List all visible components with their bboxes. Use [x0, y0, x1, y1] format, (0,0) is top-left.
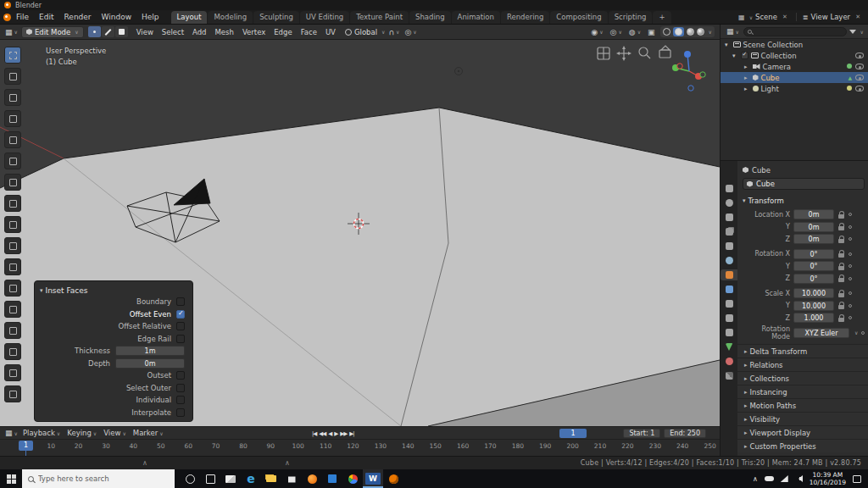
proportional-editing-toggle[interactable]: ◎∨	[403, 28, 418, 36]
expand-editor-icon[interactable]: ∧	[285, 459, 290, 467]
value-field[interactable]: 1.000	[793, 313, 834, 323]
show-object-types-dropdown[interactable]: ◉∨	[589, 28, 604, 36]
animate-dot-icon[interactable]	[849, 252, 852, 256]
animate-dot-icon[interactable]	[849, 213, 852, 216]
expand-icon[interactable]: ▸	[744, 75, 748, 81]
tool-bevel[interactable]	[4, 280, 21, 297]
animate-dot-icon[interactable]	[849, 264, 852, 268]
value-field[interactable]: 0m	[793, 209, 834, 219]
start-button[interactable]	[0, 469, 22, 488]
properties-tab-scene[interactable]	[722, 241, 736, 252]
gizmo-y-neg[interactable]	[700, 72, 705, 77]
tool-poly-build[interactable]	[4, 343, 21, 360]
tool-select-box[interactable]	[4, 47, 21, 64]
animate-dot-icon[interactable]	[849, 291, 852, 295]
properties-tab-modifiers[interactable]	[722, 284, 736, 295]
tool-knife[interactable]	[4, 322, 21, 339]
panel-section[interactable]: ▸ Visibility	[737, 412, 868, 425]
app-menu-icon[interactable]	[3, 14, 11, 21]
animate-dot-icon[interactable]	[849, 225, 852, 229]
eye-icon[interactable]	[855, 75, 864, 80]
gizmos-toggle[interactable]: ◎∨	[609, 28, 624, 36]
solid-shading-button[interactable]	[673, 27, 684, 36]
light-object[interactable]	[455, 68, 463, 75]
gizmo-z-neg[interactable]	[688, 86, 693, 91]
value-field[interactable]: 10.000	[793, 301, 834, 311]
properties-tab-world[interactable]	[722, 255, 736, 266]
eye-icon[interactable]	[855, 86, 864, 92]
workspace-tab[interactable]: UV Editing	[300, 11, 349, 24]
checkbox[interactable]	[176, 297, 185, 306]
viewport-menu-item[interactable]: UV	[321, 28, 340, 36]
properties-tab-physics[interactable]	[722, 313, 736, 324]
search-input[interactable]	[38, 474, 157, 483]
expand-icon[interactable]: ▸	[744, 64, 748, 70]
checkbox[interactable]	[176, 322, 185, 330]
expand-icon[interactable]: ▾	[732, 53, 736, 59]
lock-icon[interactable]	[837, 250, 845, 258]
view-layer-selector[interactable]: View Layer	[811, 13, 851, 21]
depth-field[interactable]: 0m	[115, 358, 185, 369]
playhead[interactable]: 1	[19, 441, 33, 451]
vertex-select-button[interactable]	[88, 26, 101, 37]
tool-rotate[interactable]	[4, 110, 21, 127]
timeline-ruler[interactable]: 1 10203040506070809010011012013014015016…	[0, 439, 720, 456]
grid-ortho-icon[interactable]	[598, 47, 609, 59]
workspace-tab[interactable]: Texture Paint	[350, 11, 409, 24]
taskbar-icon-task-view[interactable]	[200, 469, 220, 488]
workspace-tab[interactable]: Compositing	[550, 11, 607, 24]
workspace-tab[interactable]: Layout	[171, 11, 208, 24]
animate-dot-icon[interactable]	[861, 331, 865, 335]
tool-loop-cut[interactable]	[4, 301, 21, 318]
workspace-tab[interactable]: +	[653, 11, 670, 24]
tool-annotate[interactable]	[4, 174, 21, 191]
lock-icon[interactable]	[837, 290, 845, 297]
outliner-item-light[interactable]: ▸ Light	[721, 83, 868, 94]
properties-tab-render[interactable]	[722, 197, 736, 208]
animate-dot-icon[interactable]	[849, 237, 852, 241]
taskbar-icon-cortana[interactable]	[180, 469, 200, 488]
tool-move[interactable]	[4, 89, 21, 106]
eye-icon[interactable]	[855, 64, 864, 69]
panel-section[interactable]: ▸ Instancing	[737, 385, 868, 398]
tool-measure[interactable]	[4, 195, 21, 212]
onedrive-icon[interactable]	[765, 476, 774, 481]
lock-icon[interactable]	[837, 211, 845, 219]
expand-icon[interactable]: ▾	[725, 42, 728, 48]
transport-button[interactable]: ◀	[328, 430, 331, 437]
tool-inset-faces[interactable]	[4, 258, 21, 275]
properties-tab-view-layer[interactable]	[722, 226, 736, 237]
transform-orientation-dropdown[interactable]: Global ∨	[345, 28, 386, 36]
expand-icon[interactable]: ▸	[744, 86, 748, 92]
viewport-menu-item[interactable]: Mesh	[211, 28, 238, 36]
edge-select-button[interactable]	[102, 26, 114, 37]
start-frame-field[interactable]: Start: 1	[623, 429, 660, 438]
menu-item[interactable]: Render	[59, 13, 97, 21]
workspace-tab[interactable]: Scripting	[609, 11, 653, 24]
outliner-item-camera[interactable]: ▸ Camera	[721, 61, 868, 72]
value-field[interactable]: 0m	[793, 222, 834, 232]
menu-item[interactable]: Edit	[34, 13, 58, 21]
transport-button[interactable]: ▶	[334, 430, 337, 437]
taskbar-icon-edge[interactable]: e	[241, 469, 261, 488]
value-field[interactable]: 0°	[793, 274, 834, 284]
outliner-search[interactable]	[743, 27, 847, 36]
viewport-menu-item[interactable]: Vertex	[238, 28, 270, 36]
zoom-icon[interactable]	[639, 47, 650, 58]
menu-item[interactable]: File	[11, 13, 34, 21]
value-field[interactable]: 0m	[793, 234, 834, 244]
workspace-tab[interactable]: Shading	[409, 11, 451, 24]
volume-icon[interactable]	[795, 475, 803, 482]
taskbar-icon-mail[interactable]	[220, 469, 241, 488]
face-select-button[interactable]	[115, 26, 128, 37]
clock[interactable]: 10:39 AM 10/16/2019	[810, 471, 846, 487]
scene-unlink-button[interactable]: ✕	[782, 14, 787, 20]
properties-tab-object[interactable]	[721, 269, 737, 280]
panel-section[interactable]: ▸ Delta Transform	[737, 344, 868, 358]
viewport-menu-item[interactable]: Add	[188, 28, 210, 36]
operator-panel-header[interactable]: ▾ Inset Faces	[40, 285, 187, 296]
navigation-gizmo[interactable]	[672, 51, 705, 91]
transport-button[interactable]: ◀◀	[319, 430, 326, 437]
properties-tab-output[interactable]	[722, 212, 736, 223]
timeline-menu-item[interactable]: Marker∨	[130, 429, 167, 437]
